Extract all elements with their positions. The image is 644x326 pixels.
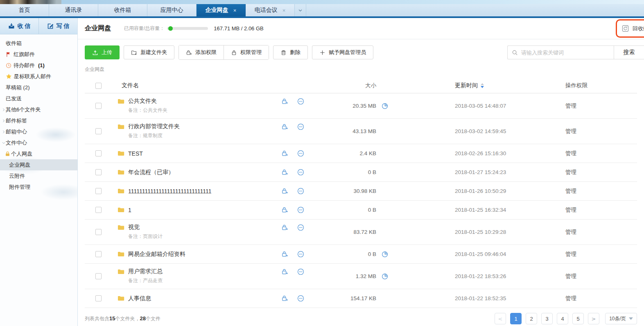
page-size-select[interactable]: 10条/页 bbox=[605, 313, 637, 324]
file-name[interactable]: TEST bbox=[128, 150, 143, 157]
page-button[interactable]: 5 bbox=[572, 313, 584, 324]
sidebar-item[interactable]: 企业网盘 bbox=[0, 159, 77, 170]
permission-label[interactable]: 管理 bbox=[565, 206, 637, 214]
table-row[interactable]: 网易企业邮箱介绍资料 0 B 2018-01-25 09:46:04 管理 bbox=[85, 245, 637, 264]
table-row[interactable]: 人事信息 154.17 KB 2018-01-22 18:52:35 管理 bbox=[85, 289, 637, 308]
sidebar-item[interactable]: 附件管理 bbox=[0, 181, 77, 192]
grant-admin-button[interactable]: 赋予网盘管理员 bbox=[312, 45, 373, 59]
upload-button[interactable]: 上传 bbox=[85, 45, 120, 59]
tab-more-button[interactable] bbox=[295, 4, 306, 16]
file-name[interactable]: 人事信息 bbox=[128, 295, 151, 302]
add-permission-icon[interactable] bbox=[281, 98, 288, 105]
permission-label[interactable]: 管理 bbox=[565, 295, 637, 302]
table-row[interactable]: 公共文件夹 备注：公共文件夹 20.35 MB 2018-03-05 14:48… bbox=[85, 93, 637, 119]
file-name[interactable]: 网易企业邮箱介绍资料 bbox=[128, 251, 185, 258]
table-row[interactable]: 视觉 备注：页面设计 83.72 KB 2018-01-25 10:29:28 … bbox=[85, 220, 637, 245]
permission-label[interactable]: 管理 bbox=[565, 102, 637, 110]
page-button[interactable]: 3 bbox=[541, 313, 553, 324]
tab[interactable]: 电话会议× bbox=[246, 4, 295, 16]
permission-label[interactable]: 管理 bbox=[565, 251, 637, 258]
sidebar-item[interactable]: 红旗邮件 bbox=[0, 49, 77, 60]
add-permission-button[interactable]: 添加权限 bbox=[179, 45, 224, 59]
add-permission-icon[interactable] bbox=[281, 169, 288, 176]
new-folder-button[interactable]: 新建文件夹 bbox=[124, 45, 174, 59]
row-checkbox[interactable] bbox=[95, 295, 102, 301]
compose-mail-button[interactable]: 写 信 bbox=[38, 18, 77, 34]
file-name[interactable]: 视觉 bbox=[128, 224, 140, 231]
file-name[interactable]: 用户需求汇总 bbox=[128, 268, 163, 275]
permission-label[interactable]: 管理 bbox=[565, 169, 637, 176]
row-checkbox[interactable] bbox=[95, 251, 102, 257]
tab[interactable]: 收件箱 bbox=[98, 4, 147, 16]
tab[interactable]: 首页 bbox=[0, 4, 49, 16]
sidebar-item[interactable]: 收件箱 bbox=[0, 38, 77, 49]
tab-close-icon[interactable]: × bbox=[282, 8, 286, 13]
sidebar-item[interactable]: 邮箱中心 bbox=[0, 126, 77, 137]
row-checkbox[interactable] bbox=[95, 150, 102, 156]
sidebar-item[interactable]: 已发送 bbox=[0, 93, 77, 104]
row-checkbox[interactable] bbox=[95, 169, 102, 175]
row-checkbox[interactable] bbox=[95, 103, 102, 109]
more-actions-icon[interactable] bbox=[297, 98, 304, 105]
more-actions-icon[interactable] bbox=[297, 123, 304, 130]
sidebar-item[interactable]: 星标联系人邮件 bbox=[0, 71, 77, 82]
more-actions-icon[interactable] bbox=[297, 251, 304, 258]
add-permission-icon[interactable] bbox=[281, 251, 288, 258]
file-name[interactable]: 年会流程（已审） bbox=[128, 169, 174, 176]
add-permission-icon[interactable] bbox=[281, 295, 288, 302]
file-name[interactable]: 111111111111111111111111111111 bbox=[128, 188, 211, 195]
tab[interactable]: 通讯录 bbox=[49, 4, 98, 16]
sidebar-item[interactable]: 个人网盘 bbox=[0, 148, 77, 159]
page-button[interactable]: 1 bbox=[510, 313, 522, 324]
tab[interactable]: 应用中心 bbox=[147, 4, 197, 16]
row-checkbox[interactable] bbox=[95, 273, 102, 279]
search-input[interactable] bbox=[521, 50, 614, 56]
permission-management-button[interactable]: 权限管理 bbox=[224, 45, 269, 59]
row-checkbox[interactable] bbox=[95, 207, 102, 213]
capacity-pie-icon[interactable] bbox=[382, 103, 388, 109]
table-row[interactable]: 行政内部管理文件夹 备注：规章制度 43.13 MB 2018-03-02 14… bbox=[85, 119, 637, 144]
add-permission-icon[interactable] bbox=[281, 188, 288, 195]
add-permission-icon[interactable] bbox=[281, 206, 288, 213]
more-actions-icon[interactable] bbox=[297, 150, 304, 157]
more-actions-icon[interactable] bbox=[297, 268, 304, 275]
tab-close-icon[interactable]: × bbox=[233, 8, 237, 13]
table-row[interactable]: TEST 2.4 KB 2018-02-26 15:16:30 管理 bbox=[85, 144, 637, 163]
add-permission-icon[interactable] bbox=[281, 224, 288, 231]
column-header-name[interactable]: 文件名 bbox=[108, 82, 281, 89]
add-permission-icon[interactable] bbox=[281, 123, 288, 130]
table-row[interactable]: 用户需求汇总 备注：产品走查 1.32 MB 2018-01-22 18:53:… bbox=[85, 264, 637, 289]
add-permission-icon[interactable] bbox=[281, 268, 288, 275]
row-checkbox[interactable] bbox=[95, 128, 102, 134]
sidebar-item[interactable]: 待办邮件(1) bbox=[0, 60, 77, 71]
table-row[interactable]: 年会流程（已审） 0 B 2018-01-27 15:24:23 管理 bbox=[85, 163, 637, 182]
sidebar-item[interactable]: 邮件标签 bbox=[0, 115, 77, 126]
tab[interactable]: 企业网盘× bbox=[197, 4, 246, 16]
more-actions-icon[interactable] bbox=[297, 206, 304, 213]
table-row[interactable]: 111111111111111111111111111111 30.98 KB … bbox=[85, 182, 637, 201]
sidebar-item[interactable]: 文件中心 bbox=[0, 137, 77, 148]
breadcrumb[interactable]: 企业网盘 bbox=[85, 66, 644, 72]
sidebar-item[interactable]: 云附件 bbox=[0, 170, 77, 181]
page-button[interactable]: 2 bbox=[526, 313, 537, 324]
column-header-updated[interactable]: 更新时间 bbox=[393, 82, 565, 89]
sidebar-item[interactable]: 其他6个文件夹 bbox=[0, 104, 77, 115]
column-header-size[interactable]: 大小 bbox=[314, 82, 376, 89]
search-button[interactable]: 搜索 bbox=[614, 46, 644, 59]
select-all-checkbox[interactable] bbox=[95, 83, 102, 89]
permission-label[interactable]: 管理 bbox=[565, 128, 637, 135]
permission-label[interactable]: 管理 bbox=[565, 273, 637, 280]
prev-page-button[interactable]: < bbox=[495, 313, 506, 324]
file-name[interactable]: 行政内部管理文件夹 bbox=[128, 123, 180, 130]
file-name[interactable]: 公共文件夹 bbox=[128, 97, 157, 105]
recycle-bin-button[interactable]: 回收站 bbox=[622, 25, 644, 32]
delete-button[interactable]: 删除 bbox=[273, 45, 308, 59]
capacity-pie-icon[interactable] bbox=[382, 273, 388, 280]
add-permission-icon[interactable] bbox=[281, 150, 288, 157]
capacity-pie-icon[interactable] bbox=[382, 251, 388, 258]
sidebar-item[interactable]: 草稿箱 (2) bbox=[0, 82, 77, 93]
next-page-button[interactable]: > bbox=[588, 313, 599, 324]
row-checkbox[interactable] bbox=[95, 188, 102, 194]
receive-mail-button[interactable]: 收 信 bbox=[0, 18, 38, 34]
file-name[interactable]: 1 bbox=[128, 207, 131, 213]
